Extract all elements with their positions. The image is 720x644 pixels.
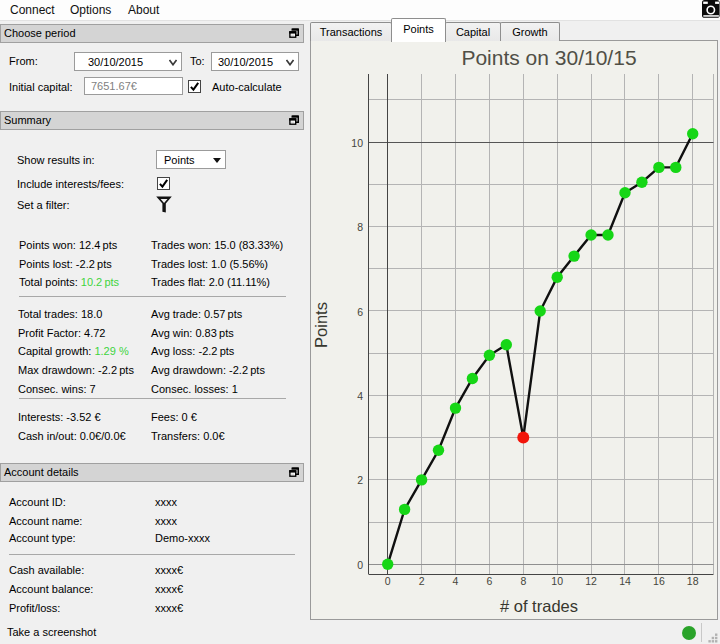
svg-text:0: 0 — [385, 575, 391, 587]
svg-text:10: 10 — [551, 575, 563, 587]
svg-text:0: 0 — [357, 559, 363, 571]
svg-text:4: 4 — [357, 390, 363, 402]
svg-text:Points on 30/10/15: Points on 30/10/15 — [461, 46, 636, 69]
svg-text:14: 14 — [619, 575, 631, 587]
svg-text:8: 8 — [520, 575, 526, 587]
svg-text:6: 6 — [357, 306, 363, 318]
svg-text:12: 12 — [585, 575, 597, 587]
svg-text:2: 2 — [357, 474, 363, 486]
svg-text:Points: Points — [312, 302, 330, 348]
svg-text:# of trades: # of trades — [500, 597, 578, 615]
svg-text:6: 6 — [486, 575, 492, 587]
svg-text:2: 2 — [419, 575, 425, 587]
svg-text:4: 4 — [453, 575, 459, 587]
svg-text:8: 8 — [357, 221, 363, 233]
svg-text:10: 10 — [351, 137, 363, 149]
svg-text:18: 18 — [687, 575, 699, 587]
svg-text:16: 16 — [653, 575, 665, 587]
